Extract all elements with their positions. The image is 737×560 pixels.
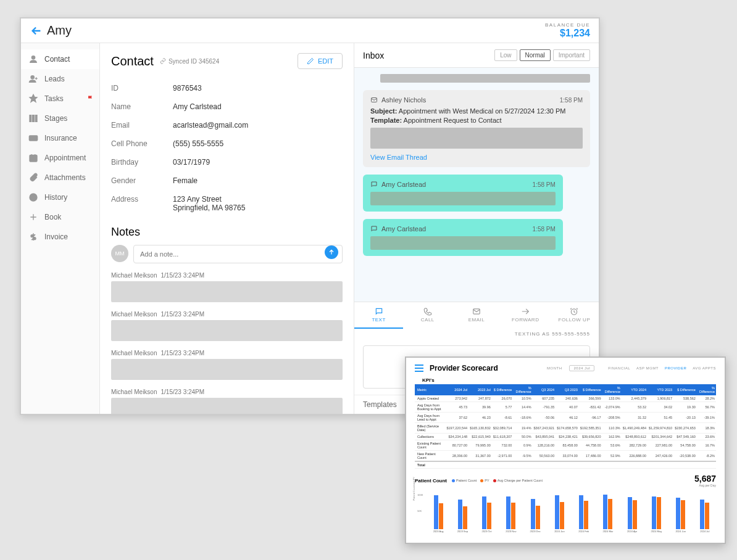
bar-group: 2024 Jun <box>670 491 692 533</box>
messages-list[interactable]: Ashley Nichols1:58 PMSubject: Appointmen… <box>354 68 599 302</box>
kpi-cell: $1,259,974,810 <box>647 423 673 434</box>
field-label: Email <box>111 121 173 130</box>
sidebar-item-leads[interactable]: Leads <box>21 69 99 89</box>
kpi-cell: 23.6% <box>697 434 716 440</box>
msg-head: Ashley Nichols1:58 PM <box>370 96 583 104</box>
kpi-cell: 162.9% <box>602 434 622 440</box>
kpi-cell: -208.5% <box>602 413 622 423</box>
columns-icon <box>28 113 38 123</box>
bar <box>681 500 685 529</box>
note-meta: Michael Meikson1/15/23 3:24PM <box>111 311 343 318</box>
priority-important[interactable]: Important <box>553 49 590 61</box>
field-label: Name <box>111 102 173 111</box>
bar <box>700 500 704 529</box>
kpi-cell: 240,636 <box>556 395 579 402</box>
sidebar-item-insurance[interactable]: Insurance <box>21 128 99 148</box>
back-button[interactable]: Amy <box>30 23 72 38</box>
bar-group: 2024 Feb <box>573 491 595 533</box>
kpi-label: KPI's <box>422 377 716 383</box>
balance-value: $1,234 <box>545 28 590 39</box>
action-tab-forward[interactable]: FORWARD <box>501 302 550 329</box>
bar-group: 2023 Nov <box>500 491 522 533</box>
message-card[interactable]: Ashley Nichols1:58 PMSubject: Appointmen… <box>363 90 590 167</box>
sidebar-item-tasks[interactable]: Tasks <box>21 89 99 109</box>
note-input[interactable] <box>140 250 336 258</box>
note-entry: Michael Meikson1/15/23 3:24PM <box>111 311 343 341</box>
sc-tab-financial[interactable]: FINANCIAL <box>608 366 630 370</box>
msg-head: Amy Carlstead1:58 PM <box>370 225 556 233</box>
field-row: GenderFemale <box>111 171 343 190</box>
patient-count-chart: Patient Count and PY 100K 50K 2023 Aug20… <box>415 490 716 533</box>
bar-group: 2024 Apr <box>621 491 643 533</box>
bar <box>434 495 438 529</box>
action-tab-call[interactable]: CALL <box>403 302 452 329</box>
flag-icon <box>87 95 94 102</box>
x-label: 2023 Nov <box>506 530 516 533</box>
bar <box>652 496 656 529</box>
contact-panel: Contact Synced ID 345624 EDIT ID9876543N… <box>100 43 354 414</box>
priority-low[interactable]: Low <box>494 49 517 61</box>
message-card[interactable]: Amy Carlstead1:58 PM <box>363 219 563 256</box>
month-select[interactable]: 2024 Jul <box>569 365 594 371</box>
kpi-cell: 10.5% <box>513 395 532 402</box>
kpi-cell: 607,235 <box>533 395 556 402</box>
kpi-cell: Avg Days from Lead to Appt <box>415 413 446 423</box>
field-label: Cell Phone <box>111 139 173 148</box>
sidebar-item-history[interactable]: History <box>21 187 99 207</box>
svg-rect-3 <box>33 115 35 122</box>
hamburger-icon[interactable] <box>415 364 423 372</box>
paperclip-icon <box>28 173 38 183</box>
sc-tab-provider[interactable]: PROVIDER <box>665 366 686 370</box>
arrow-left-icon <box>30 24 43 38</box>
note-author: Michael Meikson <box>111 389 157 395</box>
sidebar-item-book[interactable]: Book <box>21 207 99 227</box>
contact-header: Contact Synced ID 345624 EDIT <box>111 53 343 69</box>
sc-tab-avg-appts[interactable]: AVG APPTS <box>693 366 716 370</box>
kpi-cell: 79,995.00 <box>468 440 492 451</box>
kpi-cell: -2,074.9% <box>602 402 622 413</box>
inbox-header: Inbox LowNormalImportant <box>354 43 599 68</box>
bar <box>584 501 588 529</box>
kpi-cell: -2,971.00 <box>492 451 514 462</box>
action-tab-text[interactable]: TEXT <box>354 302 403 329</box>
texting-as-label: TEXTING AS 555-555-5555 <box>354 329 599 339</box>
sidebar-item-appointment[interactable]: Appointment <box>21 148 99 168</box>
kpi-cell: 17,486.00 <box>579 451 602 462</box>
kpi-cell: Appts Created <box>415 395 446 402</box>
kpi-cell: -8.61 <box>492 413 514 423</box>
sidebar-item-attachments[interactable]: Attachments <box>21 168 99 187</box>
kpi-cell: 538,562 <box>673 395 697 402</box>
page-title: Amy <box>47 23 72 38</box>
forward-icon <box>521 307 530 316</box>
priority-normal[interactable]: Normal <box>520 49 551 61</box>
kpi-row: New Patient Count28,396.0031,367.00-2,97… <box>415 451 716 462</box>
kpi-row: Appts Created273,942247,87226,07010.5%60… <box>415 395 716 402</box>
kpi-cell: -831.42 <box>579 402 602 413</box>
field-row: Cell Phone(555) 555-5555 <box>111 134 343 153</box>
sc-tab-asp-mgmt[interactable]: ASP MGMT <box>636 366 659 370</box>
view-thread-link[interactable]: View Email Thread <box>370 154 427 161</box>
note-time: 1/15/23 3:24PM <box>160 311 204 318</box>
msg-time: 1:58 PM <box>533 226 556 233</box>
kpi-cell: -20.13 <box>673 413 697 423</box>
kpi-cell: $47,549,160 <box>673 434 697 440</box>
bar <box>579 495 583 529</box>
person-plus-icon <box>28 74 38 84</box>
message-card[interactable]: Amy Carlstead1:58 PM <box>363 175 563 212</box>
svg-rect-2 <box>30 115 31 122</box>
field-row: NameAmy Carlstead <box>111 97 343 116</box>
send-note-button[interactable] <box>325 245 338 259</box>
action-tab-email[interactable]: EMAIL <box>452 302 501 329</box>
bar <box>633 500 637 529</box>
note-body <box>111 320 343 341</box>
sidebar-item-contact[interactable]: Contact <box>21 49 99 69</box>
bar <box>657 497 661 529</box>
sidebar-item-invoice[interactable]: Invoice <box>21 227 99 247</box>
kpi-cell: 31.32 <box>622 413 647 423</box>
sidebar-item-label: Invoice <box>44 233 68 241</box>
action-tab-follow-up[interactable]: FOLLOW UP <box>550 302 599 329</box>
sidebar-item-stages[interactable]: Stages <box>21 109 99 128</box>
legend-item: Avg Charge per Patient Count <box>493 479 543 482</box>
x-label: 2024 May <box>651 530 662 533</box>
edit-button[interactable]: EDIT <box>298 53 343 69</box>
